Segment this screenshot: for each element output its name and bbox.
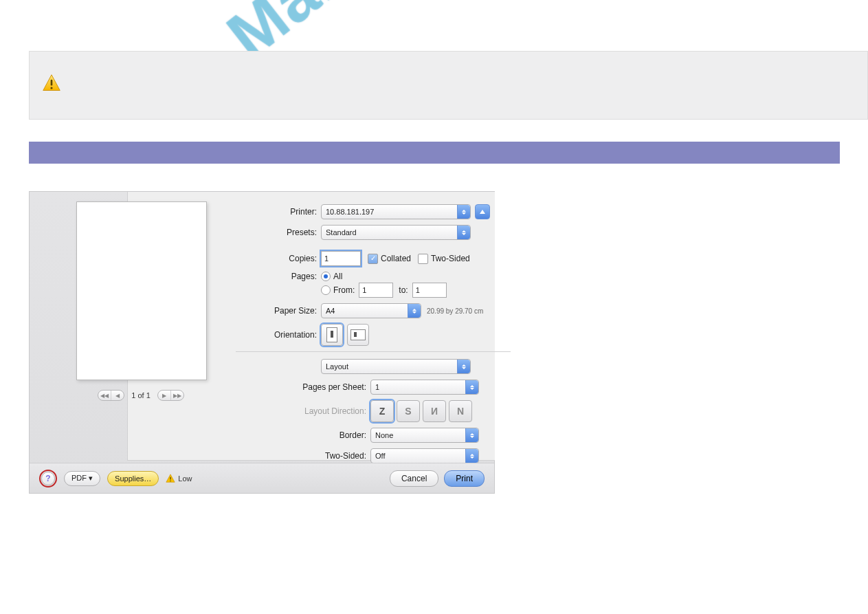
pdf-button[interactable]: PDF ▾ [64,471,100,486]
warning-icon [42,74,61,93]
label-layout-direction: Layout Direction: [236,406,370,416]
svg-rect-4 [170,476,171,479]
cancel-button[interactable]: Cancel [390,470,438,487]
chevron-updown-icon [465,428,478,442]
svg-point-2 [50,87,52,89]
label-two-sided: Two-Sided: [236,451,370,461]
pages-from-input[interactable]: 1 [359,283,393,298]
layout-dir-1-glyph: Z [379,406,386,417]
page-root: Manualshive.com ◀◀ ◀ 1 of 1 ▶ ▶▶ [0,0,868,614]
pages-to-value: 1 [416,286,420,294]
row-pages-range: From: 1 to: 1 [236,283,511,298]
row-copies: Copies: 1 Collated Two-Sided [236,251,511,266]
nav-next-last[interactable]: ▶ ▶▶ [157,390,184,401]
border-value: None [375,431,393,439]
low-supplies-indicator: Low [166,474,192,483]
landscape-icon [350,329,366,340]
pages-all-radio[interactable] [321,272,331,281]
chevron-updown-icon [465,380,478,394]
print-form: Printer: 10.88.181.197 Presets: Standard… [236,204,511,485]
label-border: Border: [236,430,370,440]
copies-value: 1 [324,254,329,263]
printer-value: 10.88.181.197 [326,208,374,216]
layout-dir-3-glyph: И [431,406,438,417]
pages-to-input[interactable]: 1 [412,283,447,298]
nav-first-icon: ◀◀ [98,391,111,400]
label-paper-size: Paper Size: [236,306,321,316]
pages-from-label: From: [333,285,355,295]
label-orientation: Orientation: [236,330,321,340]
nav-prev-icon: ◀ [111,391,124,400]
nav-first-prev[interactable]: ◀◀ ◀ [98,390,124,401]
label-printer: Printer: [236,207,321,217]
row-layout-dir: Layout Direction: Z S И N [236,400,511,422]
pdf-label: PDF ▾ [71,474,93,483]
pages-all-label: All [333,272,342,281]
label-pages-per-sheet: Pages per Sheet: [236,382,370,392]
section-select[interactable]: Layout [321,359,471,374]
collated-checkbox[interactable] [368,254,378,264]
divider [236,351,511,352]
chevron-updown-icon [465,449,478,463]
border-select[interactable]: None [370,428,479,443]
row-pps: Pages per Sheet: 1 [236,380,511,395]
preview-page [76,201,207,380]
warning-banner [29,51,868,120]
label-pages: Pages: [236,272,321,281]
chevron-updown-icon [408,304,421,318]
section-value: Layout [326,362,348,371]
print-button[interactable]: Print [444,470,485,487]
row-printer: Printer: 10.88.181.197 [236,204,511,219]
print-label: Print [456,474,473,483]
row-border: Border: None [236,428,511,443]
presets-value: Standard [326,228,357,237]
layout-dir-4-button[interactable]: N [449,400,472,422]
layout-dir-2-glyph: S [405,406,411,417]
collated-label: Collated [381,254,411,263]
chevron-updown-icon [457,226,470,239]
two-sided-select[interactable]: Off [370,448,479,463]
paper-size-value: A4 [326,307,335,315]
help-icon: ? [41,472,55,485]
warning-small-icon [166,474,175,483]
orientation-landscape-button[interactable] [347,324,369,346]
orientation-portrait-button[interactable] [321,324,343,346]
pages-range-radio[interactable] [321,285,331,295]
dialog-bottom-bar: ? PDF ▾ Supplies… Low Cancel Print [30,463,494,493]
two-sided-value: Off [375,452,385,460]
svg-rect-1 [51,80,53,86]
collapse-details-button[interactable] [475,204,490,219]
purple-bar [29,142,840,164]
help-button[interactable]: ? [39,470,57,487]
presets-select[interactable]: Standard [321,225,471,240]
row-two-sided: Two-Sided: Off [236,448,511,463]
two-sided-cb-label: Two-Sided [431,254,470,263]
pages-to-label: to: [399,285,408,295]
nav-next-icon: ▶ [158,391,171,400]
label-copies: Copies: [236,254,321,263]
preview-page-count: 1 of 1 [131,391,151,399]
row-section: Layout [236,359,511,374]
portrait-icon [326,327,337,342]
paper-size-hint: 20.99 by 29.70 cm [427,307,483,315]
two-sided-checkbox[interactable] [418,254,428,264]
cancel-label: Cancel [401,474,427,483]
layout-dir-2-button[interactable]: S [397,400,420,422]
preview-nav: ◀◀ ◀ 1 of 1 ▶ ▶▶ [76,390,205,401]
label-presets: Presets: [236,228,321,237]
layout-dir-3-button[interactable]: И [423,400,446,422]
supplies-button[interactable]: Supplies… [107,471,159,486]
row-presets: Presets: Standard [236,225,511,240]
layout-dir-4-glyph: N [457,406,464,417]
svg-point-5 [170,480,171,481]
preview-pane: ◀◀ ◀ 1 of 1 ▶ ▶▶ [76,201,205,413]
layout-dir-1-button[interactable]: Z [370,400,394,422]
triangle-up-icon [480,210,485,214]
copies-input[interactable]: 1 [321,251,361,266]
paper-size-select[interactable]: A4 [321,303,421,318]
low-label: Low [178,474,192,483]
chevron-updown-icon [457,360,470,373]
row-paper-size: Paper Size: A4 20.99 by 29.70 cm [236,303,511,318]
printer-select[interactable]: 10.88.181.197 [321,204,471,219]
pages-per-sheet-select[interactable]: 1 [370,380,479,395]
